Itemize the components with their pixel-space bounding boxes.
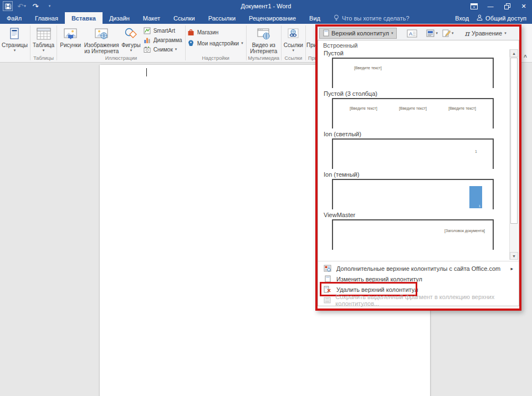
tell-me-label: Что вы хотите сделать? (342, 15, 410, 22)
ribbon-display-options-icon[interactable] (466, 0, 482, 12)
sign-in-link[interactable]: Вход (455, 15, 469, 22)
screenshot-icon (144, 45, 151, 53)
share-button[interactable]: Общий доступ (477, 14, 526, 22)
office-gallery-icon (323, 265, 332, 272)
tab-review[interactable]: Рецензирование (242, 12, 303, 24)
smartart-button[interactable]: SmartArt (144, 27, 182, 34)
tab-references[interactable]: Ссылки (167, 12, 202, 24)
group-separator (30, 25, 30, 60)
placeholder-text: [Заголовок документа] (444, 229, 485, 233)
header-preview: [Введите текст] [Введите текст] [Введите… (332, 98, 494, 128)
online-pictures-button[interactable]: Изображения из Интернета (83, 25, 120, 54)
table-button[interactable]: Таблица ▾ (31, 25, 56, 53)
chevron-down-icon: ▾ (175, 47, 177, 52)
undo-icon[interactable]: ↶▾ (17, 1, 27, 11)
collapse-ribbon-icon[interactable]: ^ (521, 54, 530, 60)
gallery-scrollbar[interactable]: ▲ ▼ (509, 49, 518, 260)
store-button[interactable]: Магазин (187, 28, 243, 36)
svg-text:A: A (409, 31, 412, 37)
links-button[interactable]: Ссылки ▾ (282, 25, 305, 53)
screenshot-button[interactable]: Снимок ▾ (144, 45, 182, 53)
my-addins-button[interactable]: Мои надстройки ▾ (187, 39, 243, 47)
shapes-icon (124, 26, 138, 42)
lightbulb-icon (334, 14, 339, 22)
tab-layout[interactable]: Макет (136, 12, 167, 24)
remove-header-icon (323, 286, 332, 294)
smartart-icon (144, 27, 151, 34)
scroll-up-icon[interactable]: ▲ (510, 49, 518, 57)
group-label-links: Ссылки (282, 54, 305, 62)
chevron-down-icon: ▾ (504, 31, 507, 35)
scrollbar-thumb[interactable] (510, 58, 518, 224)
customize-qat-icon[interactable]: ▾ (44, 1, 54, 11)
text-cursor (146, 68, 147, 76)
header-button[interactable]: Верхний колонтитул ▾ (319, 28, 397, 39)
wordart-button[interactable]: ▾ (440, 28, 456, 39)
pictures-button[interactable]: Рисунки (58, 25, 83, 48)
group-label-media: Мультимедиа (247, 54, 280, 62)
page-number: 1 (475, 150, 477, 153)
tell-me-box[interactable]: Что вы хотите сделать? (334, 12, 410, 24)
chevron-down-icon: ▾ (43, 48, 45, 53)
chevron-down-icon: ▾ (130, 48, 132, 53)
textbox-button[interactable]: A (405, 28, 420, 39)
online-pictures-icon (94, 26, 109, 42)
header-preview: [Заголовок документа] (332, 219, 494, 250)
tab-design[interactable]: Дизайн (103, 12, 136, 24)
chevron-down-icon: ▾ (14, 48, 16, 53)
save-selection-icon (323, 296, 331, 304)
gallery-item-blank-3col[interactable]: Пустой (3 столбца) [Введите текст] [Введ… (318, 90, 519, 130)
quick-access-toolbar: ↶▾ ↷ ▾ (0, 1, 54, 11)
tab-mailings[interactable]: Рассылки (202, 12, 242, 24)
chevron-down-icon: ▾ (241, 41, 243, 45)
tab-file[interactable]: Файл (0, 12, 28, 24)
placeholder-text: [Введите текст] (354, 66, 382, 70)
equation-button[interactable]: π Уравнение ▾ (461, 29, 509, 38)
chart-button[interactable]: Диаграмма (144, 36, 182, 44)
menu-edit-header[interactable]: Изменить верхний колонтитул (318, 274, 519, 284)
group-label-tables: Таблицы (31, 54, 56, 62)
group-pages: Страницы ▾ (0, 24, 29, 62)
gallery-item-ion-light[interactable]: Ion (светлый) 1 (318, 130, 519, 171)
menu-more-headers-office[interactable]: Дополнительные верхние колонтитулы с сай… (318, 263, 519, 274)
tab-home[interactable]: Главная (28, 12, 65, 24)
menu-save-selection: Сохранить выделенный фрагмент в коллекци… (318, 295, 519, 305)
chevron-down-icon: ▾ (391, 31, 393, 35)
group-illustrations: Рисунки Изображения из Интернета Фигуры … (58, 24, 185, 62)
close-icon[interactable]: ✕ (515, 0, 532, 12)
pi-icon: π (464, 29, 469, 38)
group-label-illustrations: Иллюстрации (58, 54, 185, 62)
shapes-button[interactable]: Фигуры ▾ (120, 25, 142, 53)
header-gallery-panel: Встроенный Пустой [Введите текст] Пустой… (318, 40, 519, 306)
submenu-arrow-icon: ▸ (510, 266, 513, 271)
placeholder-text: [Введите текст] (448, 106, 476, 110)
header-preview: [Введите текст] (332, 58, 494, 88)
tab-view[interactable]: Вид (303, 12, 327, 24)
group-separator (185, 25, 186, 60)
group-tables: Таблица ▾ Таблицы (31, 24, 56, 62)
gallery-item-viewmaster[interactable]: ViewMaster [Заголовок документа] (318, 211, 519, 251)
chart-icon (144, 36, 151, 44)
dropdown-toolbar: Верхний колонтитул ▾ A ▾ ▾ π Уравнение ▾ (318, 27, 519, 40)
scroll-down-icon[interactable]: ▼ (510, 252, 518, 260)
pages-icon (9, 26, 20, 42)
chevron-down-icon: ▾ (293, 48, 295, 53)
online-video-button[interactable]: Видео из Интернета (247, 25, 280, 54)
gallery-item-blank[interactable]: Пустой [Введите текст] (318, 49, 519, 90)
header-preview: 1 (332, 179, 494, 209)
minimize-icon[interactable]: — (482, 0, 499, 12)
group-media: Видео из Интернета Мультимедиа (247, 24, 280, 62)
links-icon (287, 26, 300, 42)
tab-insert[interactable]: Вставка (65, 12, 103, 24)
quick-parts-button[interactable]: ▾ (424, 28, 440, 39)
chevron-down-icon: ▾ (452, 31, 454, 35)
store-icon (187, 28, 195, 36)
gallery-item-ion-dark[interactable]: Ion (темный) 1 (318, 171, 519, 211)
dropdown-menu: Дополнительные верхние колонтитулы с сай… (318, 261, 519, 305)
group-addins: Магазин Мои надстройки ▾ Надстройки (186, 24, 245, 62)
pages-button[interactable]: Страницы ▾ (0, 25, 29, 53)
redo-icon[interactable]: ↷ (30, 1, 40, 11)
restore-icon[interactable] (499, 0, 515, 12)
placeholder-text: [Введите текст] (399, 106, 427, 110)
save-icon[interactable] (3, 1, 13, 11)
